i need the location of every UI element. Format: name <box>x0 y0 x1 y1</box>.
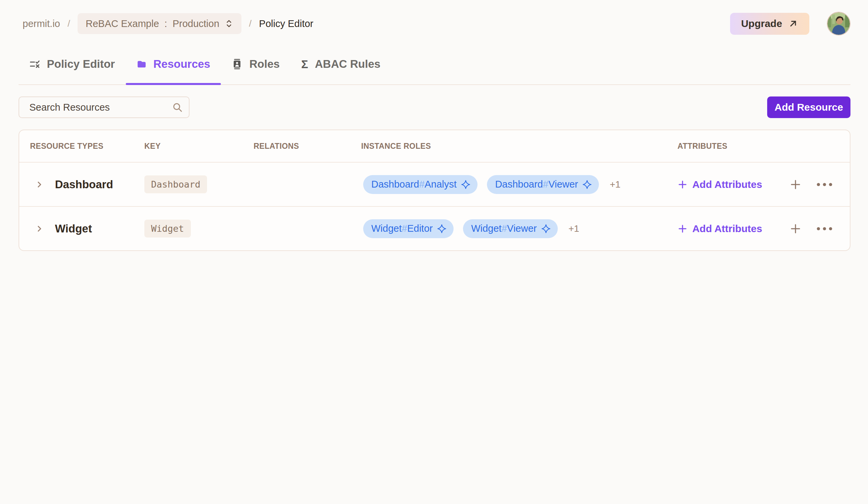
instance-role-pill[interactable]: Dashboard#Viewer <box>487 175 599 194</box>
table-header-row: RESOURCE TYPES KEY RELATIONS INSTANCE RO… <box>19 130 850 162</box>
role-separator: # <box>543 179 548 190</box>
tabs: Policy Editor Resources Roles Σ ABAC Rul… <box>19 44 850 85</box>
role-resource: Widget <box>371 223 402 234</box>
more-roles-count[interactable]: +1 <box>610 179 620 190</box>
table-row: Dashboard Dashboard Dashboard#Analyst Da… <box>19 162 850 206</box>
column-header-instance-roles: INSTANCE ROLES <box>351 142 667 151</box>
resource-key-chip: Dashboard <box>144 175 207 193</box>
resource-name: Widget <box>55 222 92 235</box>
row-actions <box>772 223 850 235</box>
plus-icon <box>678 179 688 189</box>
chevron-up-down-icon <box>225 19 233 29</box>
row-menu-button[interactable] <box>816 227 833 231</box>
row-menu-button[interactable] <box>816 183 833 187</box>
tab-resources[interactable]: Resources <box>126 44 221 84</box>
search-input[interactable] <box>19 96 189 118</box>
role-name: Analyst <box>425 179 457 190</box>
instance-role-pill[interactable]: Dashboard#Analyst <box>363 175 477 194</box>
expand-chevron-icon[interactable] <box>35 224 43 233</box>
tab-label: Resources <box>153 58 210 71</box>
project-name: ReBAC Example <box>86 18 159 29</box>
add-attributes-button[interactable]: Add Attributes <box>667 179 772 190</box>
roles-contact-card-icon <box>232 59 242 70</box>
tab-label: Policy Editor <box>47 58 115 71</box>
project-environment-selector[interactable]: ReBAC Example : Production <box>78 13 241 34</box>
more-roles-count[interactable]: +1 <box>569 223 579 234</box>
resource-key-cell: Dashboard <box>134 175 244 193</box>
add-role-button[interactable] <box>789 223 802 235</box>
role-name: Viewer <box>548 179 578 190</box>
top-bar-right: Upgrade <box>730 12 850 35</box>
add-role-button[interactable] <box>789 178 802 191</box>
role-separator: # <box>502 223 507 234</box>
upgrade-button[interactable]: Upgrade <box>730 13 809 35</box>
resource-name-cell: Dashboard <box>19 178 134 191</box>
tab-label: Roles <box>249 58 280 71</box>
sparkle-icon <box>437 224 447 234</box>
sigma-icon: Σ <box>301 58 308 70</box>
search-icon <box>172 102 183 113</box>
resource-key-chip: Widget <box>144 219 191 237</box>
sparkle-icon <box>582 179 592 189</box>
role-separator: # <box>419 179 425 190</box>
breadcrumb-separator: / <box>68 18 70 29</box>
instance-role-pill[interactable]: Widget#Viewer <box>463 219 558 238</box>
tab-roles[interactable]: Roles <box>221 44 290 84</box>
add-attributes-button[interactable]: Add Attributes <box>667 223 772 235</box>
environment-name: Production <box>173 18 219 29</box>
resource-name-cell: Widget <box>19 222 134 235</box>
column-header-attributes: ATTRIBUTES <box>667 142 772 151</box>
tab-policy-editor[interactable]: Policy Editor <box>19 44 126 84</box>
row-actions <box>772 178 850 191</box>
resource-name: Dashboard <box>55 178 113 191</box>
expand-chevron-icon[interactable] <box>35 180 43 189</box>
role-resource: Dashboard <box>371 179 419 190</box>
tab-label: ABAC Rules <box>315 58 380 71</box>
instance-role-pill[interactable]: Widget#Editor <box>363 219 454 238</box>
search-resources <box>19 96 189 118</box>
role-resource: Dashboard <box>495 179 543 190</box>
upgrade-label: Upgrade <box>741 18 782 29</box>
add-resource-button[interactable]: Add Resource <box>767 96 850 118</box>
role-name: Editor <box>407 223 433 234</box>
top-bar: permit.io / ReBAC Example : Production /… <box>0 0 868 44</box>
column-header-relations: RELATIONS <box>244 142 351 151</box>
add-resource-label: Add Resource <box>775 102 843 113</box>
user-avatar[interactable] <box>827 12 850 35</box>
role-separator: # <box>402 223 407 234</box>
instance-roles-cell: Widget#Editor Widget#Viewer +1 <box>351 219 667 238</box>
table-row: Widget Widget Widget#Editor Widget#Viewe… <box>19 206 850 250</box>
add-attributes-label: Add Attributes <box>692 179 762 190</box>
add-attributes-label: Add Attributes <box>692 223 762 235</box>
resource-key-cell: Widget <box>134 219 244 237</box>
folder-icon <box>137 59 147 69</box>
arrow-up-right-icon <box>788 19 798 29</box>
column-header-key: KEY <box>134 142 244 151</box>
breadcrumb-org-link[interactable]: permit.io <box>23 18 60 29</box>
breadcrumb: permit.io / ReBAC Example : Production /… <box>23 13 313 34</box>
tab-abac-rules[interactable]: Σ ABAC Rules <box>290 44 391 84</box>
instance-roles-cell: Dashboard#Analyst Dashboard#Viewer +1 <box>351 175 667 194</box>
sparkle-icon <box>461 179 471 189</box>
breadcrumb-separator: / <box>249 18 251 29</box>
plus-icon <box>678 224 688 234</box>
resources-toolbar: Add Resource <box>19 96 850 118</box>
resources-table: RESOURCE TYPES KEY RELATIONS INSTANCE RO… <box>19 130 850 251</box>
project-env-separator: : <box>165 18 167 29</box>
role-name: Viewer <box>507 223 537 234</box>
column-header-resource-types: RESOURCE TYPES <box>19 142 134 151</box>
policy-rules-icon <box>29 59 40 70</box>
breadcrumb-page: Policy Editor <box>259 18 313 29</box>
sparkle-icon <box>541 224 551 234</box>
role-resource: Widget <box>471 223 502 234</box>
